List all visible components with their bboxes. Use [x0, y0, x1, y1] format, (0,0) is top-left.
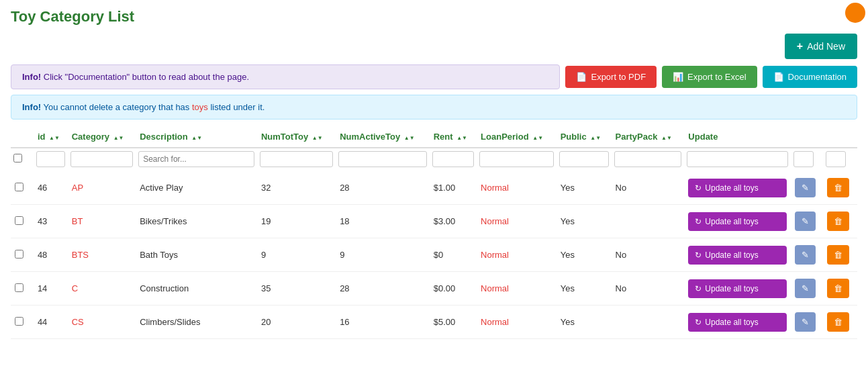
row-description: Bikes/Trikes [136, 205, 257, 238]
table-row: 48 BTS Bath Toys 9 9 $0 Normal Yes No ↻ … [11, 238, 857, 272]
category-link[interactable]: C [72, 283, 78, 293]
col-header-public[interactable]: Public ▲▼ [557, 126, 612, 148]
update-label: Update all toys [705, 250, 758, 260]
add-new-button[interactable]: + Add New [785, 34, 857, 59]
row-numtottoy: 35 [257, 272, 336, 306]
col-header-numtottoy[interactable]: NumTotToy ▲▼ [257, 126, 336, 148]
row-loanperiod: Normal [477, 171, 557, 205]
update-label: Update all toys [705, 217, 758, 226]
row-loanperiod: Normal [477, 272, 557, 306]
export-row: 📄 Export to PDF 📊 Export to Excel 📄 Docu… [565, 66, 857, 88]
update-all-toys-button[interactable]: ↻ Update all toys [688, 212, 786, 231]
row-numactivetoy: 28 [336, 171, 430, 205]
filter-loan-cell [477, 148, 557, 171]
export-pdf-button[interactable]: 📄 Export to PDF [565, 66, 657, 88]
loanperiod-value: Normal [481, 183, 509, 193]
row-checkbox[interactable] [15, 283, 23, 292]
col-header-loanperiod[interactable]: LoanPeriod ▲▼ [477, 126, 557, 148]
update-all-toys-button[interactable]: ↻ Update all toys [688, 246, 786, 265]
pdf-icon: 📄 [576, 72, 587, 82]
category-link[interactable]: CS [72, 317, 84, 327]
filter-del-input[interactable] [826, 151, 846, 167]
filter-category-input[interactable] [70, 151, 133, 167]
filter-rent-input[interactable] [432, 151, 474, 167]
delete-button[interactable]: 🗑 [827, 178, 849, 197]
row-public: Yes [557, 272, 612, 306]
filter-description-input[interactable] [138, 151, 254, 167]
col-header-partypack[interactable]: PartyPack ▲▼ [612, 126, 685, 148]
row-public: Yes [557, 238, 612, 272]
col-header-rent[interactable]: Rent ▲▼ [430, 126, 477, 148]
category-link[interactable]: BTS [72, 250, 89, 260]
plus-icon: + [797, 40, 803, 52]
filter-public-input[interactable] [559, 151, 609, 167]
category-link[interactable]: BT [72, 216, 83, 226]
filter-numtot-input[interactable] [260, 151, 333, 167]
filter-loan-input[interactable] [479, 151, 554, 167]
row-delete-cell: 🗑 [823, 272, 857, 306]
filter-party-cell [612, 148, 685, 171]
col-header-id[interactable]: id ▲▼ [34, 126, 68, 148]
row-public: Yes [557, 171, 612, 205]
update-all-toys-button[interactable]: ↻ Update all toys [688, 313, 786, 332]
row-numactivetoy: 28 [336, 272, 430, 306]
update-label: Update all toys [705, 318, 758, 327]
export-excel-button[interactable]: 📊 Export to Excel [662, 66, 757, 88]
row-id: 43 [34, 205, 68, 238]
row-numactivetoy: 18 [336, 205, 430, 238]
filter-edit-cell [791, 148, 824, 171]
filter-numact-cell [336, 148, 430, 171]
table-header-row: id ▲▼ Category ▲▼ Description ▲▼ NumTotT… [11, 126, 857, 148]
info-delete-bar: Info! You cannot delete a category that … [11, 95, 857, 120]
delete-button[interactable]: 🗑 [827, 279, 849, 298]
filter-checkbox[interactable] [13, 154, 22, 162]
filter-edit-input[interactable] [793, 151, 814, 167]
col-header-numactivetoy[interactable]: NumActiveToy ▲▼ [336, 126, 430, 148]
row-update-cell: ↻ Update all toys [684, 272, 790, 306]
sort-icon-numtottoy: ▲▼ [312, 136, 323, 141]
row-loanperiod: Normal [477, 306, 557, 339]
col-header-description[interactable]: Description ▲▼ [136, 126, 257, 148]
update-all-toys-button[interactable]: ↻ Update all toys [688, 179, 786, 197]
filter-id-input[interactable] [36, 151, 65, 167]
delete-button[interactable]: 🗑 [827, 245, 849, 265]
update-label: Update all toys [705, 284, 758, 293]
filter-party-input[interactable] [614, 151, 682, 167]
row-checkbox[interactable] [15, 317, 23, 326]
row-checkbox[interactable] [15, 216, 23, 225]
filter-id-cell [34, 148, 68, 171]
row-id: 44 [34, 306, 68, 339]
delete-button[interactable]: 🗑 [827, 212, 849, 231]
row-id: 48 [34, 238, 68, 272]
excel-icon: 📊 [673, 72, 683, 82]
filter-numact-input[interactable] [338, 151, 427, 167]
edit-button[interactable]: ✎ [795, 279, 816, 298]
category-link[interactable]: AP [72, 183, 83, 193]
row-rent: $0 [430, 238, 477, 272]
edit-button[interactable]: ✎ [795, 178, 816, 197]
documentation-button[interactable]: 📄 Documentation [763, 66, 857, 88]
row-description: Construction [136, 272, 257, 306]
documentation-label: Documentation [788, 72, 847, 82]
delete-button[interactable]: 🗑 [827, 312, 849, 332]
info-doc-bold: Info! [22, 72, 41, 82]
update-all-toys-button[interactable]: ↻ Update all toys [688, 279, 786, 298]
row-description: Active Play [136, 171, 257, 205]
row-checkbox[interactable] [15, 183, 23, 191]
row-edit-cell: ✎ [791, 272, 824, 306]
edit-button[interactable]: ✎ [795, 245, 816, 265]
sort-icon-category: ▲▼ [113, 136, 124, 141]
edit-button[interactable]: ✎ [795, 212, 816, 231]
doc-icon: 📄 [773, 72, 784, 82]
info-documentation-bar: Info! Click "Documentation" button to re… [11, 64, 560, 89]
filter-update-input[interactable] [687, 151, 787, 167]
col-header-category[interactable]: Category ▲▼ [68, 126, 136, 148]
table-row: 46 AP Active Play 32 28 $1.00 Normal Yes… [11, 171, 857, 205]
row-checkbox-cell [11, 306, 34, 339]
update-label: Update all toys [705, 183, 758, 193]
filter-numtot-cell [257, 148, 336, 171]
row-numtottoy: 19 [257, 205, 336, 238]
row-checkbox[interactable] [15, 250, 23, 259]
filter-update-cell [684, 148, 790, 171]
edit-button[interactable]: ✎ [795, 312, 816, 332]
